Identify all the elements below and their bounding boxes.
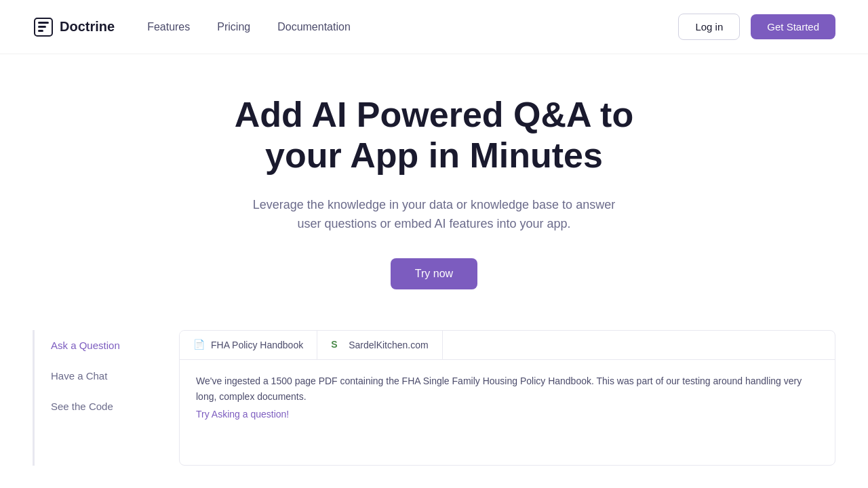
sidebar-item-ask-question[interactable]: Ask a Question <box>45 330 168 361</box>
demo-section: Ask a Question Have a Chat See the Code … <box>0 330 868 466</box>
demo-body-cta: Try Asking a question! <box>196 407 818 422</box>
login-button[interactable]: Log in <box>678 14 740 40</box>
hero-title: Add AI Powered Q&A to your App in Minute… <box>197 95 671 176</box>
demo-sidebar: Ask a Question Have a Chat See the Code <box>33 330 168 466</box>
navbar: Doctrine Features Pricing Documentation … <box>0 0 868 54</box>
svg-rect-1 <box>38 22 49 24</box>
demo-content: 📄 FHA Policy Handbook S SardelKitchen.co… <box>179 330 835 466</box>
get-started-button[interactable]: Get Started <box>751 14 835 39</box>
demo-tab-fha-label: FHA Policy Handbook <box>211 340 303 350</box>
logo-text: Doctrine <box>60 19 115 35</box>
demo-body: We've ingested a 1500 page PDF containin… <box>180 360 835 435</box>
svg-rect-2 <box>38 26 46 28</box>
sardel-icon: S <box>331 339 343 351</box>
sidebar-item-see-code[interactable]: See the Code <box>45 391 168 422</box>
nav-link-documentation[interactable]: Documentation <box>277 21 351 33</box>
demo-tabs: 📄 FHA Policy Handbook S SardelKitchen.co… <box>180 331 835 360</box>
nav-links: Features Pricing Documentation <box>147 21 351 33</box>
nav-link-pricing[interactable]: Pricing <box>217 21 250 33</box>
try-now-button[interactable]: Try now <box>391 258 477 289</box>
sidebar-item-have-chat[interactable]: Have a Chat <box>45 361 168 391</box>
logo[interactable]: Doctrine <box>33 16 115 38</box>
demo-tab-sardel[interactable]: S SardelKitchen.com <box>317 331 443 359</box>
hero-subtitle: Leverage the knowledge in your data or k… <box>244 195 624 235</box>
logo-icon <box>33 16 54 38</box>
navbar-right: Log in Get Started <box>678 14 835 40</box>
demo-tab-fha[interactable]: 📄 FHA Policy Handbook <box>180 331 317 359</box>
pdf-icon: 📄 <box>193 339 205 351</box>
demo-body-text: We've ingested a 1500 page PDF containin… <box>196 375 802 401</box>
nav-link-features[interactable]: Features <box>147 21 190 33</box>
svg-rect-3 <box>38 30 43 32</box>
hero-section: Add AI Powered Q&A to your App in Minute… <box>0 54 868 317</box>
demo-tab-sardel-label: SardelKitchen.com <box>349 340 429 350</box>
navbar-left: Doctrine Features Pricing Documentation <box>33 16 351 38</box>
